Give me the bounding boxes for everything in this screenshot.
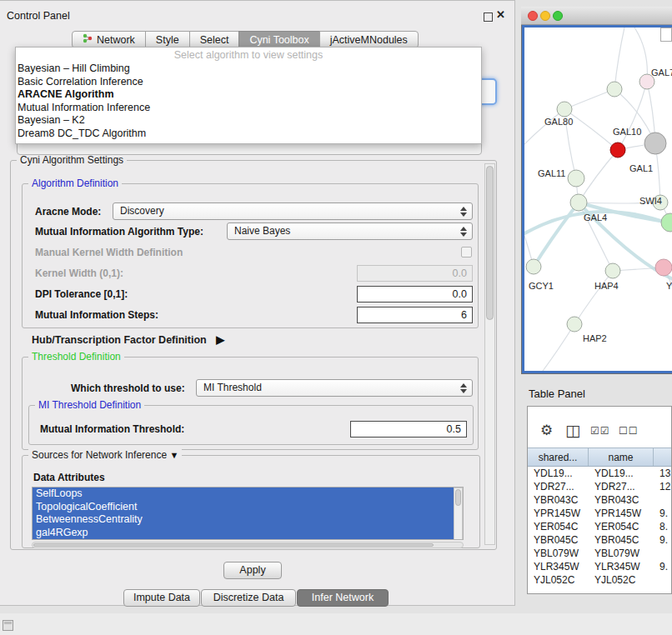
close-icon[interactable]: ✕ bbox=[496, 8, 505, 21]
screen: Control Panel ✕ Network Style Select Cyn… bbox=[0, 0, 672, 635]
which-threshold-value: MI Threshold bbox=[203, 382, 262, 393]
network-node-gal11[interactable] bbox=[568, 170, 584, 187]
network-node-hap2[interactable] bbox=[567, 317, 582, 332]
table-row[interactable]: YDL19...YDL19...13 bbox=[528, 467, 671, 480]
kernel-width-field[interactable]: 0.0 bbox=[357, 265, 473, 282]
dropdown-item[interactable]: Mutual Information Inference bbox=[16, 102, 481, 115]
list-item[interactable]: SelfLoops bbox=[33, 488, 463, 501]
aracne-mode-combo[interactable]: Discovery bbox=[113, 202, 473, 220]
settings-scrollbar-thumb[interactable] bbox=[486, 166, 494, 320]
list-item[interactable]: BetweennessCentrality bbox=[33, 513, 463, 527]
node-label: HAP4 bbox=[594, 281, 619, 291]
table-row[interactable]: YJL052CYJL052C bbox=[528, 573, 671, 587]
network-node-gal4[interactable] bbox=[570, 194, 587, 211]
minimize-traffic-light-icon[interactable] bbox=[540, 11, 550, 21]
network-canvas[interactable]: GAL7 GAL80 GAL10 GAL1 GAL11 SWI4 GAL4 GC… bbox=[522, 25, 672, 373]
list-item[interactable]: gal4RGexp bbox=[33, 527, 463, 540]
tab-select[interactable]: Select bbox=[189, 31, 240, 48]
node-label: Y bbox=[666, 281, 672, 291]
tab-cyni-toolbox[interactable]: Cyni Toolbox bbox=[238, 31, 319, 48]
mi-threshold-label: Mutual Information Threshold: bbox=[40, 423, 184, 435]
expand-right-icon: ▶ bbox=[216, 333, 224, 346]
select-all-icon[interactable]: ☑☑ bbox=[590, 425, 610, 437]
list-hscrollbar-thumb[interactable] bbox=[33, 543, 434, 547]
dropdown-item[interactable]: Basic Correlation Inference bbox=[16, 76, 481, 89]
list-hscrollbar[interactable] bbox=[32, 542, 464, 548]
network-node-hap4[interactable] bbox=[605, 263, 620, 278]
apply-button[interactable]: Apply bbox=[223, 562, 282, 579]
tab-select-label: Select bbox=[200, 34, 229, 46]
float-window-icon[interactable] bbox=[484, 12, 493, 22]
network-node-gcy1[interactable] bbox=[526, 259, 541, 274]
dropdown-item-selected[interactable]: ARACNE Algorithm bbox=[16, 88, 481, 102]
dropdown-placeholder: Select algorithm to view settings bbox=[16, 48, 481, 62]
table-row[interactable]: YER054CYER054C8. bbox=[528, 520, 671, 533]
manual-kernel-label: Manual Kernel Width Definition bbox=[35, 247, 183, 258]
list-item[interactable]: TopologicalCoefficient bbox=[33, 501, 463, 514]
collapse-down-icon: ▼ bbox=[169, 450, 178, 460]
mi-steps-field[interactable]: 6 bbox=[357, 307, 473, 323]
hub-definition-label: Hub/Transcription Factor Definition bbox=[32, 334, 207, 346]
mi-type-combo[interactable]: Naive Bayes bbox=[227, 222, 473, 240]
tab-network[interactable]: Network bbox=[72, 31, 146, 48]
network-node[interactable] bbox=[655, 259, 672, 276]
algorithm-dropdown-popup: Select algorithm to view settings Bayesi… bbox=[15, 47, 482, 144]
network-window-titlebar[interactable] bbox=[521, 7, 672, 25]
dropdown-item[interactable]: Dream8 DC_TDC Algorithm bbox=[16, 128, 481, 141]
sources-group-title[interactable]: Sources for Network Inference ▼ bbox=[28, 449, 182, 461]
sources-title-label: Sources for Network Inference bbox=[32, 449, 167, 461]
network-tab-icon bbox=[83, 33, 93, 46]
panel-float-icon[interactable] bbox=[3, 620, 13, 631]
network-node[interactable] bbox=[607, 82, 622, 97]
tab-impute-data[interactable]: Impute Data bbox=[123, 589, 200, 607]
network-node-gal80[interactable] bbox=[557, 102, 572, 117]
tab-jactivemnodules-label: jActiveMNodules bbox=[330, 34, 408, 46]
zoom-traffic-light-icon[interactable] bbox=[553, 11, 563, 21]
node-label: GAL4 bbox=[584, 212, 607, 222]
table-row[interactable]: YLR345WYLR345W9. bbox=[528, 560, 671, 573]
data-attributes-list[interactable]: SelfLoops TopologicalCoefficient Between… bbox=[32, 487, 464, 540]
table-row[interactable]: YPR145WYPR145W9. bbox=[528, 507, 671, 520]
table-row[interactable]: YBL079WYBL079W bbox=[528, 547, 671, 560]
which-threshold-combo[interactable]: MI Threshold bbox=[196, 379, 473, 397]
mi-threshold-field[interactable]: 0.5 bbox=[350, 421, 467, 438]
tab-style-label: Style bbox=[156, 34, 179, 46]
tab-infer-network[interactable]: Infer Network bbox=[297, 589, 389, 607]
node-label: GCY1 bbox=[529, 281, 554, 291]
manual-kernel-checkbox[interactable] bbox=[461, 247, 472, 258]
dropdown-item[interactable]: Bayesian – K2 bbox=[16, 114, 481, 128]
dropdown-item[interactable]: Bayesian – Hill Climbing bbox=[16, 62, 481, 76]
table-panel-title: Table Panel bbox=[529, 388, 585, 400]
column-header-shared[interactable]: shared... bbox=[528, 448, 589, 466]
list-vscrollbar-thumb[interactable] bbox=[455, 489, 461, 506]
table-row[interactable]: YDR27...YDR27...12 bbox=[528, 480, 671, 493]
column-header-partial[interactable] bbox=[654, 448, 671, 466]
network-node[interactable] bbox=[661, 213, 672, 232]
node-label: GAL10 bbox=[613, 127, 641, 137]
algorithm-definition-title: Algorithm Definition bbox=[28, 178, 122, 189]
table-body: YDL19...YDL19...13 YDR27...YDR27...12 YB… bbox=[528, 467, 671, 587]
tab-style[interactable]: Style bbox=[145, 31, 190, 48]
bottom-strip bbox=[0, 613, 672, 635]
list-vscrollbar[interactable] bbox=[454, 488, 463, 540]
network-node-labels: GAL7 GAL80 GAL10 GAL1 GAL11 SWI4 GAL4 GC… bbox=[529, 68, 672, 343]
dpi-tolerance-field[interactable]: 0.0 bbox=[357, 286, 473, 302]
tab-discretize-data[interactable]: Discretize Data bbox=[201, 589, 296, 607]
network-node-gal1[interactable] bbox=[644, 132, 666, 154]
combo-stepper-icon bbox=[460, 227, 467, 237]
table-row[interactable]: YBR043CYBR043C bbox=[528, 493, 671, 507]
network-node-gal10[interactable] bbox=[610, 142, 625, 158]
gear-icon[interactable]: ⚙ bbox=[540, 422, 553, 439]
columns-icon[interactable]: ◫ bbox=[565, 421, 580, 440]
hub-definition-toggle[interactable]: Hub/Transcription Factor Definition ▶ bbox=[32, 333, 224, 346]
close-traffic-light-icon[interactable] bbox=[528, 11, 538, 21]
table-row[interactable]: YBR045CYBR045C9. bbox=[528, 533, 671, 547]
column-header-name[interactable]: name bbox=[589, 448, 654, 466]
settings-scrollbar[interactable] bbox=[484, 163, 495, 545]
which-threshold-label: Which threshold to use: bbox=[71, 382, 185, 394]
deselect-all-icon[interactable]: ☐☐ bbox=[619, 425, 639, 437]
tab-jactivemnodules[interactable]: jActiveMNodules bbox=[319, 31, 419, 48]
mi-type-label: Mutual Information Algorithm Type: bbox=[35, 226, 203, 238]
aracne-mode-value: Discovery bbox=[120, 205, 164, 217]
node-label: GAL7 bbox=[651, 68, 672, 78]
